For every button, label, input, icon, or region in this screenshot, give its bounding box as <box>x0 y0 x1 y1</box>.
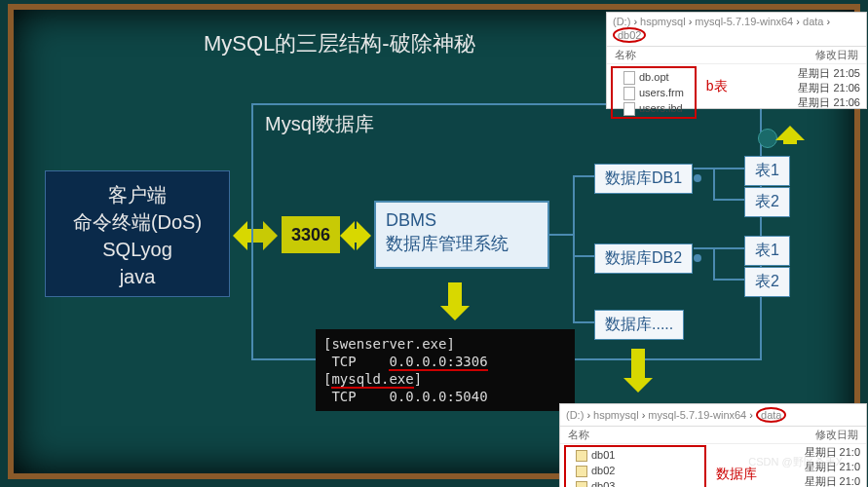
folder-icon <box>576 466 587 477</box>
connector <box>713 279 744 281</box>
term-line: [mysqld.exe] <box>323 370 567 388</box>
connector <box>713 247 715 281</box>
dbms-line: DBMS <box>386 208 538 232</box>
annotation: b表 <box>706 78 728 107</box>
connector <box>573 321 594 323</box>
arrow-dbms-terminal <box>448 282 462 312</box>
arrow-table-explorer <box>783 134 797 144</box>
explorer-header: 名称修改日期 <box>560 427 866 444</box>
explorer-top: (D:) › hspmysql › mysql-5.7.19-winx64 › … <box>606 12 867 109</box>
file-date: 星期日 21:05 <box>798 66 860 81</box>
container-title: Mysql数据库 <box>265 111 374 137</box>
file-row: db.opt <box>616 69 692 85</box>
file-date: 星期日 21:06 <box>798 95 860 110</box>
file-date: 星期日 21:06 <box>798 81 860 95</box>
dbms-line: 数据库管理系统 <box>386 232 538 255</box>
client-line: 命令终端(DoS) <box>46 208 229 236</box>
file-icon <box>623 71 635 85</box>
folder-row: db01 <box>568 447 702 463</box>
term-line: TCP 0.0.0.0:3306 <box>323 353 567 370</box>
folder-row: db02 <box>568 463 702 478</box>
arrow-port-dbms <box>349 229 362 243</box>
node-db2: 数据库DB2 <box>594 244 693 274</box>
folder-icon <box>576 450 587 462</box>
connector <box>573 175 575 321</box>
connector <box>573 175 594 177</box>
client-line: java <box>46 263 229 290</box>
explorer-header: 名称修改日期 <box>607 47 866 64</box>
breadcrumb: (D:) › hspmysql › mysql-5.7.19-winx64 › … <box>607 13 866 47</box>
node-table: 表2 <box>744 267 790 297</box>
client-box: 客户端 命令终端(DoS) SQLyog java <box>45 170 230 297</box>
client-line: SQLyog <box>46 236 229 263</box>
watermark: CSDN @野区杀手X <box>748 455 843 469</box>
folder-icon <box>576 481 587 487</box>
connector <box>713 168 715 201</box>
connector <box>713 199 744 201</box>
folder-group-highlight: db01 db02 db03 mysql performance_schema <box>564 445 706 487</box>
decorative-icon <box>758 129 777 148</box>
file-icon <box>623 87 635 100</box>
file-row: users.frm <box>616 85 692 100</box>
term-line: [swenserver.exe] <box>323 335 567 353</box>
connector <box>694 247 744 249</box>
file-icon <box>623 102 635 116</box>
file-group-highlight: db.opt users.frm users.ibd <box>611 66 697 119</box>
connector <box>694 168 744 169</box>
breadcrumb: (D:) › hspmysql › mysql-5.7.19-winx64 › … <box>560 404 866 427</box>
folder-row: db03 <box>568 478 702 487</box>
connector <box>549 234 573 236</box>
connector <box>573 255 594 257</box>
term-line: TCP 0.0.0.0:5040 <box>323 388 567 405</box>
node-table: 表1 <box>744 236 790 266</box>
file-row: users.ibd <box>616 100 692 116</box>
diagram-title: MySQL的三层结构-破除神秘 <box>204 29 475 58</box>
explorer-bottom: (D:) › hspmysql › mysql-5.7.19-winx64 › … <box>559 403 867 487</box>
dbms-box: DBMS 数据库管理系统 <box>374 201 549 269</box>
node-db3: 数据库..... <box>594 310 684 340</box>
node-table: 表1 <box>744 156 790 186</box>
node-table: 表2 <box>744 187 790 217</box>
client-line: 客户端 <box>46 181 229 208</box>
terminal-panel: [swenserver.exe] TCP 0.0.0.0:3306 [mysql… <box>316 329 575 411</box>
folder-date: 星期日 21:0 <box>805 474 860 487</box>
node-db1: 数据库DB1 <box>594 164 693 194</box>
arrow-db-explorer <box>631 349 645 384</box>
chalkboard: MySQL的三层结构-破除神秘 客户端 命令终端(DoS) SQLyog jav… <box>8 4 860 479</box>
